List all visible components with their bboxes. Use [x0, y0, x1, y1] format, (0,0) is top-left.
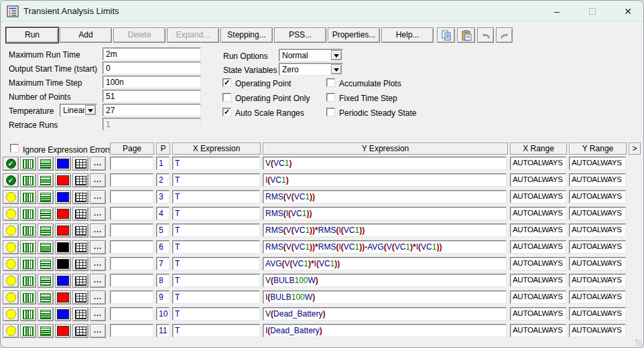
x-pattern-button[interactable] — [20, 207, 36, 221]
more-button[interactable]: ... — [90, 190, 106, 204]
operating-point-only-checkbox[interactable] — [222, 93, 231, 102]
chevron-down-icon[interactable] — [331, 50, 342, 60]
more-button[interactable]: ... — [90, 324, 106, 338]
more-button[interactable]: ... — [90, 157, 106, 171]
page-cell[interactable] — [110, 257, 153, 270]
color-button[interactable] — [55, 257, 71, 271]
color-button[interactable] — [55, 324, 71, 338]
x-pattern-button[interactable] — [20, 307, 36, 321]
color-button[interactable] — [55, 224, 71, 238]
y-range-cell[interactable]: AUTOALWAYS — [569, 274, 626, 287]
maximize-button[interactable] — [578, 1, 607, 21]
y-range-cell[interactable]: AUTOALWAYS — [569, 307, 626, 321]
more-button[interactable]: ... — [90, 207, 106, 221]
x-expression-cell[interactable]: T — [172, 207, 260, 220]
y-pattern-button[interactable] — [38, 240, 54, 254]
title-bar[interactable]: Transient Analysis Limits – ✕ — [1, 1, 643, 21]
numeric-output-button[interactable] — [72, 173, 88, 187]
page-cell[interactable] — [110, 157, 153, 170]
y-pattern-button[interactable] — [38, 274, 54, 288]
p-cell[interactable]: 4 — [156, 207, 170, 220]
chevron-down-icon[interactable] — [85, 105, 96, 115]
output-start-time-tstart-input[interactable]: 0 — [103, 62, 201, 74]
color-button[interactable] — [55, 173, 71, 187]
x-range-cell[interactable]: AUTOALWAYS — [510, 173, 566, 187]
x-range-cell[interactable]: AUTOALWAYS — [510, 274, 566, 287]
p-cell[interactable]: 5 — [156, 224, 170, 237]
delete-button[interactable]: Delete — [113, 27, 166, 43]
numeric-output-button[interactable] — [72, 324, 88, 338]
page-cell[interactable] — [110, 324, 153, 337]
x-range-cell[interactable]: AUTOALWAYS — [510, 207, 566, 220]
x-expression-cell[interactable]: T — [172, 257, 260, 270]
chevron-down-icon[interactable] — [331, 64, 342, 74]
numeric-output-button[interactable] — [72, 274, 88, 288]
y-expression-cell[interactable]: V(Dead_Battery) — [263, 307, 507, 321]
more-button[interactable]: ... — [90, 290, 106, 304]
numeric-output-button[interactable] — [72, 290, 88, 304]
periodic-steady-state-checkbox[interactable] — [326, 108, 335, 116]
y-pattern-button[interactable] — [38, 173, 54, 187]
status-button[interactable]: ✓ — [3, 157, 19, 171]
x-expression-cell[interactable]: T — [172, 190, 260, 203]
page-cell[interactable] — [110, 173, 153, 187]
x-expression-cell[interactable]: T — [172, 173, 260, 187]
status-button[interactable] — [3, 274, 19, 288]
p-cell[interactable]: 1 — [156, 157, 170, 170]
x-pattern-button[interactable] — [20, 157, 36, 171]
status-button[interactable] — [3, 224, 19, 238]
p-cell[interactable]: 10 — [156, 307, 170, 321]
x-expression-cell[interactable]: T — [172, 274, 260, 287]
x-range-cell[interactable]: AUTOALWAYS — [510, 240, 566, 254]
y-range-cell[interactable]: AUTOALWAYS — [569, 257, 626, 270]
column-header-x-range[interactable]: X Range — [510, 143, 567, 155]
resize-grip[interactable] — [635, 339, 642, 346]
p-cell[interactable]: 7 — [156, 257, 170, 270]
x-pattern-button[interactable] — [20, 240, 36, 254]
y-expression-cell[interactable]: V(VC1) — [263, 157, 507, 170]
accumulate-plots-checkbox[interactable] — [326, 78, 335, 87]
number-of-points-input[interactable]: 51 — [103, 90, 201, 102]
x-pattern-button[interactable] — [20, 290, 36, 304]
more-button[interactable]: ... — [90, 257, 106, 271]
x-expression-cell[interactable]: T — [172, 324, 260, 337]
y-pattern-button[interactable] — [38, 257, 54, 271]
color-button[interactable] — [55, 157, 71, 171]
y-range-cell[interactable]: AUTOALWAYS — [569, 290, 626, 304]
page-cell[interactable] — [110, 290, 153, 304]
y-pattern-button[interactable] — [38, 324, 54, 338]
x-expression-cell[interactable]: T — [172, 307, 260, 321]
numeric-output-button[interactable] — [72, 207, 88, 221]
p-cell[interactable]: 11 — [156, 324, 170, 337]
x-expression-cell[interactable]: T — [172, 224, 260, 237]
x-pattern-button[interactable] — [20, 257, 36, 271]
x-range-cell[interactable]: AUTOALWAYS — [510, 224, 566, 237]
p-cell[interactable]: 3 — [156, 190, 170, 203]
status-button[interactable] — [3, 290, 19, 304]
x-pattern-button[interactable] — [20, 190, 36, 204]
x-range-cell[interactable]: AUTOALWAYS — [510, 190, 566, 203]
y-pattern-button[interactable] — [38, 190, 54, 204]
page-cell[interactable] — [110, 274, 153, 287]
fixed-time-step-checkbox[interactable] — [326, 93, 335, 102]
redo-button[interactable] — [496, 27, 513, 43]
p-cell[interactable]: 8 — [156, 274, 170, 287]
temperature-input[interactable]: 27 — [103, 104, 201, 116]
p-cell[interactable]: 6 — [156, 240, 170, 254]
temperature-method-select[interactable]: Linear — [60, 104, 97, 116]
state-variables-select[interactable]: Zero — [279, 63, 343, 76]
numeric-output-button[interactable] — [72, 240, 88, 254]
numeric-output-button[interactable] — [72, 157, 88, 171]
page-cell[interactable] — [110, 224, 153, 237]
x-expression-cell[interactable]: T — [172, 290, 260, 304]
y-pattern-button[interactable] — [38, 157, 54, 171]
color-button[interactable] — [55, 207, 71, 221]
color-button[interactable] — [55, 290, 71, 304]
more-button[interactable]: ... — [90, 224, 106, 238]
page-cell[interactable] — [110, 307, 153, 321]
y-expression-cell[interactable]: AVG(V(VC1)*I(VC1)) — [263, 257, 507, 270]
y-range-cell[interactable]: AUTOALWAYS — [569, 324, 626, 337]
y-expression-cell[interactable]: RMS(I(VC1)) — [263, 207, 507, 220]
y-expression-cell[interactable]: RMS(V(VC1))*RMS(I(VC1))-AVG(V(VC1)*I(VC1… — [263, 240, 507, 254]
color-button[interactable] — [55, 307, 71, 321]
